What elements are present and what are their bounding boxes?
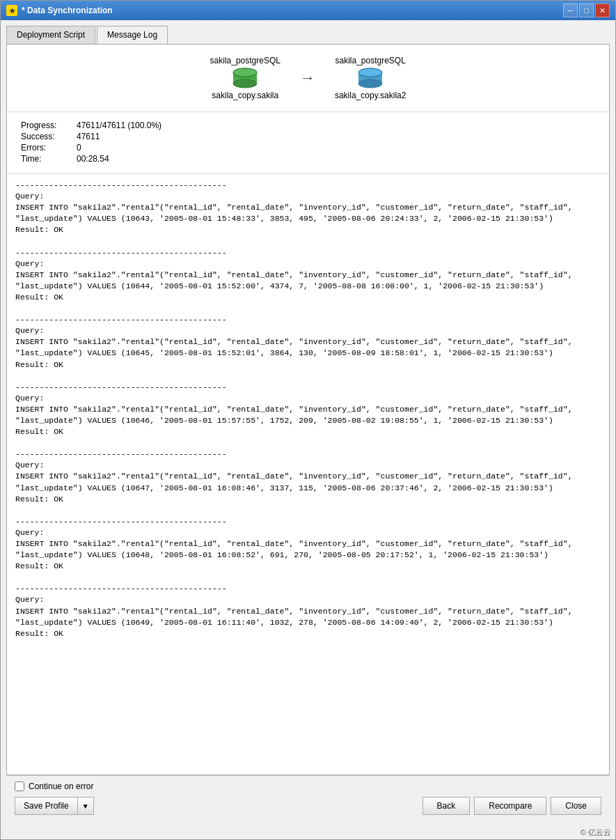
close-window-button[interactable]: ✕	[595, 3, 610, 17]
target-db-icon	[356, 67, 385, 89]
svg-point-6	[358, 79, 382, 88]
progress-label: Progress:	[21, 120, 77, 130]
target-db-name2: sakila_copy.sakila2	[335, 91, 406, 100]
save-profile-group: Save Profile ▼	[15, 797, 94, 815]
progress-value: 47611/47611 (100.0%)	[77, 120, 595, 130]
sync-info-header: sakila_postgreSQL sakila_copy.sakila → s…	[7, 45, 609, 112]
watermark: © 亿云云	[1, 826, 615, 839]
errors-value: 0	[77, 143, 595, 153]
maximize-button[interactable]: □	[579, 3, 594, 17]
progress-row: Progress: 47611/47611 (100.0%)	[21, 120, 595, 130]
success-label: Success:	[21, 132, 77, 141]
sync-arrow: →	[294, 69, 321, 87]
tab-message-log[interactable]: Message Log	[97, 26, 168, 44]
continue-on-error-row: Continue on error	[15, 781, 601, 791]
success-value: 47611	[77, 132, 595, 141]
svg-point-2	[233, 79, 257, 88]
save-profile-dropdown-button[interactable]: ▼	[77, 797, 94, 815]
success-row: Success: 47611	[21, 132, 595, 141]
window-title: * Data Synchronization	[22, 6, 563, 15]
time-value: 00:28.54	[77, 154, 595, 164]
source-db-name1: sakila_postgreSQL	[210, 56, 281, 65]
svg-point-7	[358, 68, 382, 77]
window-controls: ─ □ ✕	[563, 3, 610, 17]
window-icon: ★	[6, 5, 17, 16]
svg-point-3	[233, 68, 257, 77]
target-db-name1: sakila_postgreSQL	[335, 56, 405, 65]
back-button[interactable]: Back	[422, 797, 471, 815]
button-row: Save Profile ▼ Back Recompare Close	[15, 797, 601, 815]
errors-row: Errors: 0	[21, 143, 595, 153]
log-area: ----------------------------------------…	[7, 174, 609, 775]
log-content[interactable]: ----------------------------------------…	[7, 174, 609, 645]
footer: Continue on error Save Profile ▼ Back Re…	[6, 775, 610, 820]
tab-content: sakila_postgreSQL sakila_copy.sakila → s…	[6, 44, 610, 775]
continue-on-error-label[interactable]: Continue on error	[29, 781, 93, 791]
errors-label: Errors:	[21, 143, 77, 153]
title-bar: ★ * Data Synchronization ─ □ ✕	[1, 1, 615, 20]
time-label: Time:	[21, 154, 77, 164]
recompare-button[interactable]: Recompare	[474, 797, 546, 815]
close-button[interactable]: Close	[551, 797, 601, 815]
main-window: ★ * Data Synchronization ─ □ ✕ Deploymen…	[0, 0, 616, 840]
save-profile-button[interactable]: Save Profile	[15, 797, 77, 815]
tab-deployment[interactable]: Deployment Script	[6, 26, 95, 44]
stats-area: Progress: 47611/47611 (100.0%) Success: …	[7, 112, 609, 174]
continue-on-error-checkbox[interactable]	[15, 781, 24, 791]
time-row: Time: 00:28.54	[21, 154, 595, 164]
minimize-button[interactable]: ─	[563, 3, 578, 17]
source-db-name2: sakila_copy.sakila	[212, 91, 278, 100]
main-content: Deployment Script Message Log sakila_pos…	[1, 20, 615, 826]
tab-bar: Deployment Script Message Log	[6, 26, 610, 44]
target-db-block: sakila_postgreSQL sakila_copy.sakila2	[335, 56, 406, 100]
source-db-block: sakila_postgreSQL sakila_copy.sakila	[210, 56, 281, 100]
source-db-icon	[230, 67, 260, 89]
